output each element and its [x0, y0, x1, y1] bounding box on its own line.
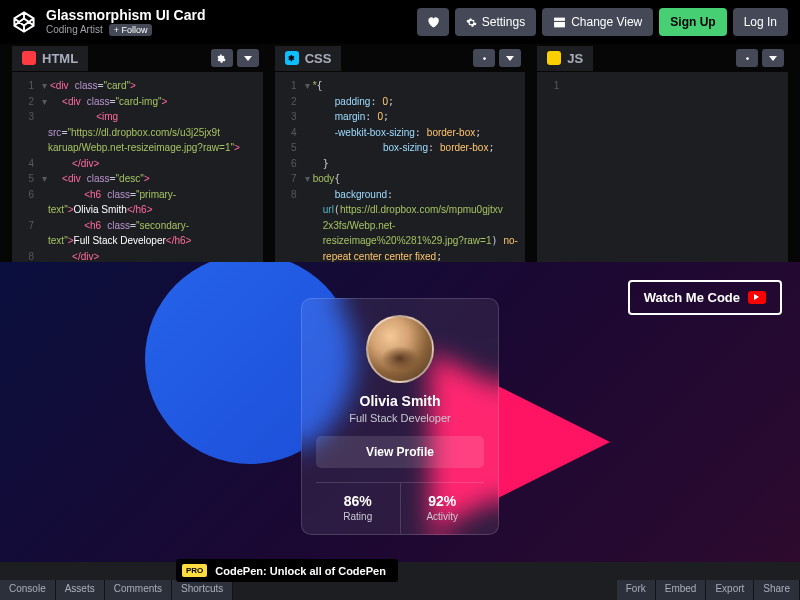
- fork-tab[interactable]: Fork: [617, 580, 656, 600]
- html-tab-label: HTML: [42, 51, 78, 66]
- assets-tab[interactable]: Assets: [56, 580, 105, 600]
- youtube-icon: [748, 291, 766, 304]
- html-settings-button[interactable]: [211, 49, 233, 67]
- console-tab[interactable]: Console: [0, 580, 56, 600]
- settings-label: Settings: [482, 15, 525, 29]
- js-badge-icon: [547, 51, 561, 65]
- promo-banner[interactable]: PRO CodePen: Unlock all of CodePen: [176, 559, 398, 582]
- pro-badge: PRO: [182, 564, 207, 577]
- share-tab[interactable]: Share: [754, 580, 800, 600]
- css-tab[interactable]: ✱ CSS: [275, 46, 342, 71]
- html-code-area[interactable]: 1▾<div class="card"> 2▾ <div class="card…: [12, 72, 263, 262]
- gear-icon: [479, 53, 490, 64]
- gear-icon: [216, 53, 227, 64]
- export-tab[interactable]: Export: [706, 580, 754, 600]
- html-chevron-button[interactable]: [237, 49, 259, 67]
- stat-label: Rating: [320, 511, 396, 522]
- codepen-logo-icon[interactable]: [12, 10, 36, 34]
- card-role: Full Stack Developer: [316, 412, 484, 424]
- stat-rating: 86% Rating: [316, 483, 401, 534]
- js-tab[interactable]: JS: [537, 46, 593, 71]
- svg-point-3: [483, 57, 486, 60]
- watch-me-code-button[interactable]: Watch Me Code: [628, 280, 782, 315]
- card-name: Olivia Smith: [316, 393, 484, 409]
- stat-label: Activity: [405, 511, 481, 522]
- view-profile-button[interactable]: View Profile: [316, 436, 484, 468]
- stat-value: 92%: [405, 493, 481, 509]
- pen-title[interactable]: Glassmorphism UI Card: [46, 8, 417, 23]
- chevron-down-icon: [769, 56, 777, 61]
- heart-button[interactable]: [417, 8, 449, 36]
- css-tab-label: CSS: [305, 51, 332, 66]
- change-view-label: Change View: [571, 15, 642, 29]
- avatar: [366, 315, 434, 383]
- settings-button[interactable]: Settings: [455, 8, 536, 36]
- stat-activity: 92% Activity: [401, 483, 485, 534]
- preview-pane: Watch Me Code Olivia Smith Full Stack De…: [0, 262, 800, 562]
- login-button[interactable]: Log In: [733, 8, 788, 36]
- js-settings-button[interactable]: [736, 49, 758, 67]
- comments-tab[interactable]: Comments: [105, 580, 172, 600]
- css-badge-icon: ✱: [285, 51, 299, 65]
- stat-value: 86%: [320, 493, 396, 509]
- chevron-down-icon: [506, 56, 514, 61]
- css-settings-button[interactable]: [473, 49, 495, 67]
- js-editor: JS 1: [537, 44, 788, 262]
- shortcuts-tab[interactable]: Shortcuts: [172, 580, 233, 600]
- promo-text: CodePen: Unlock all of CodePen: [215, 565, 386, 577]
- signup-button[interactable]: Sign Up: [659, 8, 726, 36]
- glassmorphism-card: Olivia Smith Full Stack Developer View P…: [301, 298, 499, 535]
- heart-icon: [426, 15, 440, 29]
- js-chevron-button[interactable]: [762, 49, 784, 67]
- follow-button[interactable]: + Follow: [109, 24, 153, 36]
- chevron-down-icon: [244, 56, 252, 61]
- author-name[interactable]: Coding Artist: [46, 24, 103, 35]
- css-editor: ✱ CSS 1▾*{ 2 padding: 0; 3 margin: 0; 4 …: [275, 44, 526, 262]
- html-editor: HTML 1▾<div class="card"> 2▾ <div class=…: [12, 44, 263, 262]
- watch-label: Watch Me Code: [644, 290, 740, 305]
- svg-point-4: [746, 57, 749, 60]
- change-view-button[interactable]: Change View: [542, 8, 653, 36]
- layout-icon: [553, 16, 566, 29]
- js-code-area[interactable]: 1: [537, 72, 788, 262]
- embed-tab[interactable]: Embed: [656, 580, 707, 600]
- css-chevron-button[interactable]: [499, 49, 521, 67]
- gear-icon: [742, 53, 753, 64]
- svg-rect-0: [554, 17, 565, 20]
- html-tab[interactable]: HTML: [12, 46, 88, 71]
- gear-icon: [466, 17, 477, 28]
- js-tab-label: JS: [567, 51, 583, 66]
- svg-rect-1: [554, 21, 565, 26]
- html-badge-icon: [22, 51, 36, 65]
- css-code-area[interactable]: 1▾*{ 2 padding: 0; 3 margin: 0; 4 -webki…: [275, 72, 526, 262]
